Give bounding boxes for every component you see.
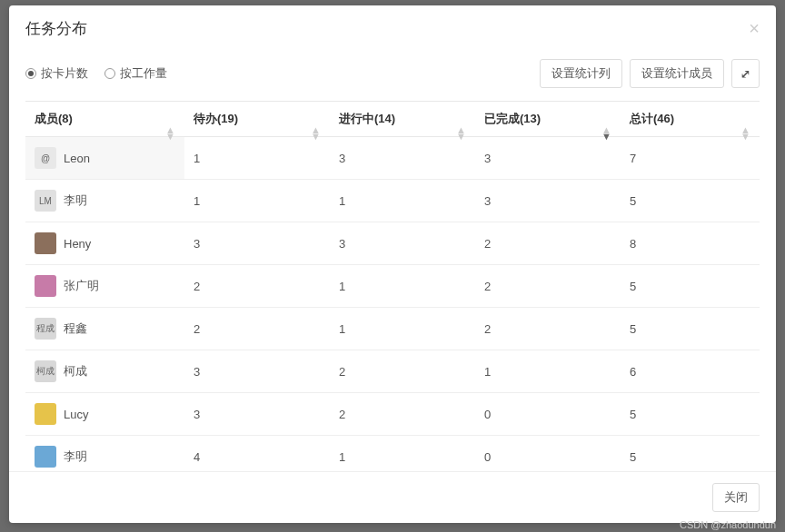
- cell-member: 程成 程鑫: [25, 308, 184, 350]
- column-header-member[interactable]: 成员(8) ▲▼: [25, 102, 184, 137]
- column-header-total[interactable]: 总计(46) ▲▼: [621, 102, 760, 137]
- cell-total: 6: [621, 350, 760, 393]
- cell-done: 2: [475, 222, 621, 265]
- member-name: Heny: [64, 237, 91, 251]
- avatar: [35, 275, 56, 297]
- cell-doing: 1: [330, 265, 475, 308]
- cell-member: @ Leon: [25, 137, 184, 180]
- table-header-row: 成员(8) ▲▼ 待办(19) ▲▼ 进行中(14) ▲▼ 已完成(13) ▲▼: [25, 102, 760, 137]
- cell-todo: 4: [184, 436, 330, 472]
- radio-label: 按卡片数: [41, 65, 88, 82]
- table-row: Lucy 3 2 0 5: [25, 393, 760, 436]
- avatar: [35, 232, 56, 254]
- cell-done: 3: [475, 180, 621, 222]
- table-row: 李明 4 1 0 5: [25, 436, 760, 472]
- cell-total: 5: [621, 308, 760, 350]
- cell-todo: 3: [184, 222, 330, 265]
- cell-doing: 1: [330, 180, 475, 222]
- cell-done: 0: [475, 436, 621, 472]
- avatar: [35, 446, 56, 468]
- member-name: Lucy: [64, 408, 88, 421]
- cell-doing: 2: [330, 393, 475, 436]
- cell-member: 张广明: [25, 265, 184, 308]
- cell-done: 2: [475, 265, 621, 308]
- expand-icon: ⤢: [740, 67, 750, 81]
- cell-todo: 3: [184, 393, 330, 436]
- cell-todo: 2: [184, 308, 330, 350]
- cell-todo: 3: [184, 350, 330, 393]
- sort-icon: ▲▼: [165, 127, 175, 140]
- table-row: LM 李明 1 1 3 5: [25, 180, 760, 222]
- column-header-todo[interactable]: 待办(19) ▲▼: [184, 102, 330, 137]
- cell-done: 1: [475, 350, 621, 393]
- table-row: @ Leon 1 3 3 7: [25, 137, 760, 180]
- cell-total: 5: [621, 265, 760, 308]
- cell-done: 2: [475, 308, 621, 350]
- table-row: 柯成 柯成 3 2 1 6: [25, 350, 760, 393]
- cell-total: 5: [621, 180, 760, 222]
- avatar: LM: [35, 190, 56, 212]
- cell-done: 3: [475, 137, 621, 180]
- radio-label: 按工作量: [120, 65, 167, 82]
- sort-icon: ▲▼: [740, 127, 750, 140]
- close-button[interactable]: 关闭: [712, 483, 760, 512]
- modal-title: 任务分布: [25, 18, 87, 39]
- watermark: CSDN @zhaodundun: [680, 519, 776, 530]
- member-name: 张广明: [64, 278, 99, 294]
- sort-icon: ▲▼: [311, 127, 321, 140]
- radio-dot-icon: [104, 68, 115, 79]
- cell-doing: 2: [330, 350, 475, 393]
- cell-todo: 1: [184, 180, 330, 222]
- column-header-done[interactable]: 已完成(13) ▲▼: [475, 102, 621, 137]
- cell-total: 7: [621, 137, 760, 180]
- set-columns-button[interactable]: 设置统计列: [540, 59, 622, 88]
- task-table: 成员(8) ▲▼ 待办(19) ▲▼ 进行中(14) ▲▼ 已完成(13) ▲▼: [25, 101, 760, 471]
- toolbar-actions: 设置统计列 设置统计成员 ⤢: [540, 59, 760, 88]
- member-name: 李明: [64, 192, 87, 209]
- close-icon[interactable]: ×: [749, 18, 760, 39]
- cell-doing: 3: [330, 137, 475, 180]
- member-name: Leon: [64, 152, 90, 165]
- radio-by-cards[interactable]: 按卡片数: [25, 65, 88, 82]
- avatar: 柯成: [35, 360, 56, 382]
- set-members-button[interactable]: 设置统计成员: [630, 59, 724, 88]
- column-header-doing[interactable]: 进行中(14) ▲▼: [330, 102, 475, 137]
- cell-doing: 1: [330, 308, 475, 350]
- cell-member: 李明: [25, 436, 184, 472]
- expand-button[interactable]: ⤢: [731, 59, 760, 88]
- cell-todo: 1: [184, 137, 330, 180]
- member-name: 李明: [64, 448, 87, 465]
- avatar: @: [35, 147, 56, 169]
- cell-total: 8: [621, 222, 760, 265]
- cell-total: 5: [621, 436, 760, 472]
- cell-doing: 3: [330, 222, 475, 265]
- modal-body: 按卡片数 按工作量 设置统计列 设置统计成员 ⤢ 成员(8): [9, 48, 776, 471]
- sort-icon: ▲▼: [601, 127, 611, 140]
- table-row: 程成 程鑫 2 1 2 5: [25, 308, 760, 350]
- avatar: 程成: [35, 318, 56, 340]
- cell-total: 5: [621, 393, 760, 436]
- table-row: 张广明 2 1 2 5: [25, 265, 760, 308]
- cell-done: 0: [475, 393, 621, 436]
- task-distribution-modal: 任务分布 × 按卡片数 按工作量 设置统计列 设置统计成员 ⤢: [9, 5, 776, 523]
- cell-member: LM 李明: [25, 180, 184, 222]
- cell-todo: 2: [184, 265, 330, 308]
- member-name: 程鑫: [64, 320, 87, 337]
- cell-member: 柯成 柯成: [25, 350, 184, 393]
- modal-footer: 关闭: [9, 471, 776, 523]
- modal-header: 任务分布 ×: [9, 5, 776, 48]
- radio-by-workload[interactable]: 按工作量: [104, 65, 167, 82]
- cell-member: Lucy: [25, 393, 184, 436]
- member-name: 柯成: [64, 363, 87, 379]
- radio-dot-icon: [25, 68, 36, 79]
- cell-doing: 1: [330, 436, 475, 472]
- toolbar: 按卡片数 按工作量 设置统计列 设置统计成员 ⤢: [25, 48, 760, 101]
- table-row: Heny 3 3 2 8: [25, 222, 760, 265]
- cell-member: Heny: [25, 222, 184, 265]
- avatar: [35, 403, 56, 425]
- sort-icon: ▲▼: [456, 127, 466, 140]
- view-mode-radio-group: 按卡片数 按工作量: [25, 65, 167, 82]
